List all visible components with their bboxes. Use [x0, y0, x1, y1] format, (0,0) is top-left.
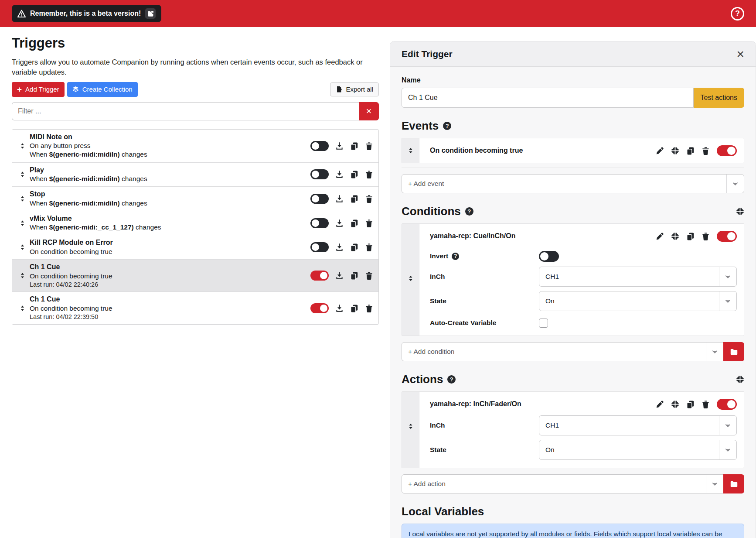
drag-handle-icon[interactable]: [15, 272, 30, 279]
help-icon[interactable]: ?: [731, 7, 744, 21]
when-prefix: When: [30, 223, 49, 231]
duplicate-icon[interactable]: [350, 195, 358, 203]
trigger-enabled-toggle[interactable]: [310, 242, 329, 252]
trigger-enabled-toggle[interactable]: [310, 141, 329, 151]
add-action-select[interactable]: + Add action: [402, 474, 724, 493]
download-icon[interactable]: [335, 304, 344, 312]
trigger-controls: [310, 303, 373, 313]
condition-actions: [656, 231, 737, 242]
delete-icon[interactable]: [702, 147, 710, 155]
download-icon[interactable]: [335, 142, 344, 150]
add-action-label: + Add action: [402, 480, 446, 488]
trigger-name: vMix Volume: [30, 214, 307, 223]
duplicate-icon[interactable]: [350, 243, 358, 251]
edit-icon[interactable]: [656, 400, 664, 408]
trigger-name: Stop: [30, 190, 307, 199]
drag-handle-icon[interactable]: [15, 195, 30, 202]
delete-icon[interactable]: [365, 271, 373, 280]
duplicate-icon[interactable]: [350, 170, 358, 178]
drag-handle-icon[interactable]: [15, 305, 30, 312]
layers-icon: [72, 86, 79, 93]
help-question-icon[interactable]: ?: [465, 207, 473, 216]
trigger-enabled-toggle[interactable]: [310, 271, 329, 281]
compress-icon[interactable]: [671, 400, 679, 408]
duplicate-icon[interactable]: [350, 271, 358, 280]
state-select[interactable]: On: [539, 291, 737, 311]
download-icon[interactable]: [335, 271, 344, 280]
trigger-enabled-toggle[interactable]: [310, 194, 329, 204]
trigger-description: On any button press: [30, 141, 307, 150]
delete-icon[interactable]: [365, 219, 373, 227]
drag-handle-icon[interactable]: [407, 147, 414, 154]
action-enabled-toggle[interactable]: [717, 399, 737, 410]
compress-icon[interactable]: [736, 207, 744, 216]
beta-banner[interactable]: Remember, this is a beta version!: [12, 5, 161, 22]
auto-create-variable-checkbox[interactable]: [539, 319, 548, 328]
trigger-info: Ch 1 Cue On condition becoming true Last…: [30, 263, 310, 288]
delete-icon[interactable]: [702, 400, 710, 408]
trigger-row[interactable]: Kill RCP Module on Error On condition be…: [12, 235, 378, 259]
inch-select[interactable]: CH1: [539, 267, 737, 287]
drag-handle-icon[interactable]: [15, 143, 30, 149]
delete-icon[interactable]: [365, 142, 373, 150]
edit-icon[interactable]: [656, 232, 664, 240]
trigger-description: On condition becoming true: [30, 304, 307, 313]
trigger-enabled-toggle[interactable]: [310, 303, 329, 313]
help-question-icon[interactable]: ?: [452, 253, 459, 260]
duplicate-icon[interactable]: [686, 147, 695, 155]
drag-handle-icon[interactable]: [15, 171, 30, 178]
when-suffix: changes: [120, 199, 147, 207]
trigger-name-input[interactable]: [402, 88, 694, 108]
trigger-row[interactable]: Stop When $(generic-midi:midiIn) changes: [12, 186, 378, 211]
test-actions-button[interactable]: Test actions: [694, 88, 744, 108]
compress-icon[interactable]: [736, 375, 744, 384]
external-link-icon[interactable]: [145, 8, 156, 19]
state-select[interactable]: On: [539, 440, 737, 460]
folder-icon[interactable]: [723, 474, 744, 493]
duplicate-icon[interactable]: [686, 400, 695, 408]
duplicate-icon[interactable]: [350, 142, 358, 150]
add-event-select[interactable]: + Add event: [402, 174, 744, 193]
delete-icon[interactable]: [365, 170, 373, 178]
help-question-icon[interactable]: ?: [447, 375, 456, 384]
filter-input[interactable]: [12, 102, 359, 120]
compress-icon[interactable]: [671, 147, 679, 155]
download-icon[interactable]: [335, 219, 344, 227]
edit-icon[interactable]: [656, 147, 664, 155]
add-trigger-button[interactable]: + Add Trigger: [12, 82, 65, 97]
delete-icon[interactable]: [702, 232, 710, 240]
trigger-enabled-toggle[interactable]: [310, 218, 329, 228]
condition-enabled-toggle[interactable]: [717, 231, 737, 242]
drag-handle-icon[interactable]: [15, 220, 30, 226]
download-icon[interactable]: [335, 170, 344, 178]
export-all-button[interactable]: Export all: [330, 82, 379, 96]
event-enabled-toggle[interactable]: [717, 145, 737, 156]
duplicate-icon[interactable]: [350, 304, 358, 312]
filter-clear-button[interactable]: ×: [359, 102, 379, 120]
drag-handle-icon[interactable]: [15, 244, 30, 250]
add-condition-select[interactable]: + Add condition: [402, 342, 724, 361]
drag-handle-icon[interactable]: [407, 423, 414, 430]
folder-icon[interactable]: [723, 342, 744, 361]
trigger-row[interactable]: vMix Volume When $(generic-midi:_cc_1_12…: [12, 211, 378, 235]
create-collection-button[interactable]: Create Collection: [67, 82, 138, 97]
inch-select[interactable]: CH1: [539, 415, 737, 435]
select-value: CH1: [539, 421, 559, 429]
trigger-row[interactable]: Ch 1 Cue On condition becoming true Last…: [12, 259, 378, 291]
download-icon[interactable]: [335, 243, 344, 251]
close-icon[interactable]: ×: [736, 48, 744, 61]
help-question-icon[interactable]: ?: [443, 122, 451, 130]
trigger-row[interactable]: Play When $(generic-midi:midiIn) changes: [12, 162, 378, 187]
delete-icon[interactable]: [365, 243, 373, 251]
delete-icon[interactable]: [365, 304, 373, 312]
duplicate-icon[interactable]: [686, 232, 695, 240]
trigger-row[interactable]: MIDI Note on On any button press When $(…: [12, 130, 378, 162]
duplicate-icon[interactable]: [350, 219, 358, 227]
invert-toggle[interactable]: [539, 251, 559, 262]
trigger-enabled-toggle[interactable]: [310, 169, 329, 179]
compress-icon[interactable]: [671, 232, 679, 240]
trigger-row[interactable]: Ch 1 Cue On condition becoming true Last…: [12, 291, 378, 324]
download-icon[interactable]: [335, 195, 344, 203]
delete-icon[interactable]: [365, 195, 373, 203]
drag-handle-icon[interactable]: [407, 275, 414, 282]
